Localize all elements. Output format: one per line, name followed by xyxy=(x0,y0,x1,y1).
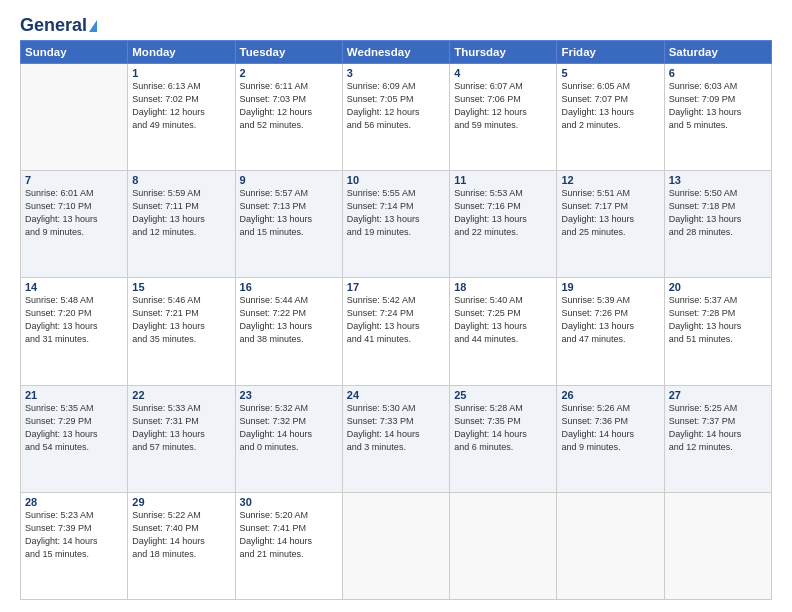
weekday-header-monday: Monday xyxy=(128,40,235,63)
day-number: 21 xyxy=(25,389,123,401)
calendar-cell: 26Sunrise: 5:26 AMSunset: 7:36 PMDayligh… xyxy=(557,385,664,492)
weekday-header-thursday: Thursday xyxy=(450,40,557,63)
calendar-cell xyxy=(664,492,771,599)
day-number: 18 xyxy=(454,281,552,293)
header: General xyxy=(20,16,772,36)
calendar-cell: 1Sunrise: 6:13 AMSunset: 7:02 PMDaylight… xyxy=(128,63,235,170)
day-number: 26 xyxy=(561,389,659,401)
day-info: Sunrise: 5:35 AMSunset: 7:29 PMDaylight:… xyxy=(25,402,123,454)
day-info: Sunrise: 5:33 AMSunset: 7:31 PMDaylight:… xyxy=(132,402,230,454)
calendar-cell: 19Sunrise: 5:39 AMSunset: 7:26 PMDayligh… xyxy=(557,278,664,385)
day-number: 7 xyxy=(25,174,123,186)
calendar-cell: 16Sunrise: 5:44 AMSunset: 7:22 PMDayligh… xyxy=(235,278,342,385)
calendar-cell: 18Sunrise: 5:40 AMSunset: 7:25 PMDayligh… xyxy=(450,278,557,385)
calendar-cell: 7Sunrise: 6:01 AMSunset: 7:10 PMDaylight… xyxy=(21,171,128,278)
calendar-cell: 22Sunrise: 5:33 AMSunset: 7:31 PMDayligh… xyxy=(128,385,235,492)
day-number: 5 xyxy=(561,67,659,79)
calendar-cell xyxy=(21,63,128,170)
calendar-cell: 17Sunrise: 5:42 AMSunset: 7:24 PMDayligh… xyxy=(342,278,449,385)
weekday-header-sunday: Sunday xyxy=(21,40,128,63)
day-info: Sunrise: 5:32 AMSunset: 7:32 PMDaylight:… xyxy=(240,402,338,454)
week-row-3: 14Sunrise: 5:48 AMSunset: 7:20 PMDayligh… xyxy=(21,278,772,385)
day-number: 15 xyxy=(132,281,230,293)
day-info: Sunrise: 5:50 AMSunset: 7:18 PMDaylight:… xyxy=(669,187,767,239)
day-number: 17 xyxy=(347,281,445,293)
day-info: Sunrise: 5:44 AMSunset: 7:22 PMDaylight:… xyxy=(240,294,338,346)
calendar-cell: 25Sunrise: 5:28 AMSunset: 7:35 PMDayligh… xyxy=(450,385,557,492)
calendar-table: SundayMondayTuesdayWednesdayThursdayFrid… xyxy=(20,40,772,600)
day-number: 16 xyxy=(240,281,338,293)
day-info: Sunrise: 5:28 AMSunset: 7:35 PMDaylight:… xyxy=(454,402,552,454)
day-info: Sunrise: 5:48 AMSunset: 7:20 PMDaylight:… xyxy=(25,294,123,346)
calendar-cell: 10Sunrise: 5:55 AMSunset: 7:14 PMDayligh… xyxy=(342,171,449,278)
calendar-cell: 20Sunrise: 5:37 AMSunset: 7:28 PMDayligh… xyxy=(664,278,771,385)
calendar-cell xyxy=(342,492,449,599)
calendar-cell: 30Sunrise: 5:20 AMSunset: 7:41 PMDayligh… xyxy=(235,492,342,599)
weekday-header-tuesday: Tuesday xyxy=(235,40,342,63)
day-info: Sunrise: 6:05 AMSunset: 7:07 PMDaylight:… xyxy=(561,80,659,132)
day-info: Sunrise: 5:40 AMSunset: 7:25 PMDaylight:… xyxy=(454,294,552,346)
day-number: 22 xyxy=(132,389,230,401)
calendar-cell: 13Sunrise: 5:50 AMSunset: 7:18 PMDayligh… xyxy=(664,171,771,278)
day-number: 8 xyxy=(132,174,230,186)
day-number: 1 xyxy=(132,67,230,79)
day-info: Sunrise: 5:25 AMSunset: 7:37 PMDaylight:… xyxy=(669,402,767,454)
day-number: 10 xyxy=(347,174,445,186)
day-info: Sunrise: 5:26 AMSunset: 7:36 PMDaylight:… xyxy=(561,402,659,454)
week-row-2: 7Sunrise: 6:01 AMSunset: 7:10 PMDaylight… xyxy=(21,171,772,278)
day-info: Sunrise: 5:46 AMSunset: 7:21 PMDaylight:… xyxy=(132,294,230,346)
day-info: Sunrise: 6:01 AMSunset: 7:10 PMDaylight:… xyxy=(25,187,123,239)
calendar-cell: 24Sunrise: 5:30 AMSunset: 7:33 PMDayligh… xyxy=(342,385,449,492)
calendar-cell xyxy=(557,492,664,599)
calendar-cell: 21Sunrise: 5:35 AMSunset: 7:29 PMDayligh… xyxy=(21,385,128,492)
day-info: Sunrise: 6:13 AMSunset: 7:02 PMDaylight:… xyxy=(132,80,230,132)
day-info: Sunrise: 5:59 AMSunset: 7:11 PMDaylight:… xyxy=(132,187,230,239)
day-number: 25 xyxy=(454,389,552,401)
day-number: 27 xyxy=(669,389,767,401)
logo: General xyxy=(20,16,97,36)
day-info: Sunrise: 6:09 AMSunset: 7:05 PMDaylight:… xyxy=(347,80,445,132)
day-info: Sunrise: 5:22 AMSunset: 7:40 PMDaylight:… xyxy=(132,509,230,561)
calendar-cell: 14Sunrise: 5:48 AMSunset: 7:20 PMDayligh… xyxy=(21,278,128,385)
calendar-cell: 2Sunrise: 6:11 AMSunset: 7:03 PMDaylight… xyxy=(235,63,342,170)
weekday-header-friday: Friday xyxy=(557,40,664,63)
day-info: Sunrise: 5:23 AMSunset: 7:39 PMDaylight:… xyxy=(25,509,123,561)
day-number: 13 xyxy=(669,174,767,186)
day-number: 28 xyxy=(25,496,123,508)
calendar-cell: 27Sunrise: 5:25 AMSunset: 7:37 PMDayligh… xyxy=(664,385,771,492)
day-number: 6 xyxy=(669,67,767,79)
day-info: Sunrise: 6:11 AMSunset: 7:03 PMDaylight:… xyxy=(240,80,338,132)
day-info: Sunrise: 5:57 AMSunset: 7:13 PMDaylight:… xyxy=(240,187,338,239)
day-info: Sunrise: 5:39 AMSunset: 7:26 PMDaylight:… xyxy=(561,294,659,346)
day-number: 23 xyxy=(240,389,338,401)
calendar-cell: 12Sunrise: 5:51 AMSunset: 7:17 PMDayligh… xyxy=(557,171,664,278)
day-number: 14 xyxy=(25,281,123,293)
day-info: Sunrise: 5:20 AMSunset: 7:41 PMDaylight:… xyxy=(240,509,338,561)
day-number: 19 xyxy=(561,281,659,293)
week-row-5: 28Sunrise: 5:23 AMSunset: 7:39 PMDayligh… xyxy=(21,492,772,599)
day-info: Sunrise: 5:42 AMSunset: 7:24 PMDaylight:… xyxy=(347,294,445,346)
day-number: 4 xyxy=(454,67,552,79)
calendar-cell xyxy=(450,492,557,599)
day-info: Sunrise: 5:37 AMSunset: 7:28 PMDaylight:… xyxy=(669,294,767,346)
weekday-header-wednesday: Wednesday xyxy=(342,40,449,63)
day-number: 24 xyxy=(347,389,445,401)
logo-general: General xyxy=(20,16,87,36)
calendar-cell: 3Sunrise: 6:09 AMSunset: 7:05 PMDaylight… xyxy=(342,63,449,170)
day-number: 2 xyxy=(240,67,338,79)
weekday-header-row: SundayMondayTuesdayWednesdayThursdayFrid… xyxy=(21,40,772,63)
day-info: Sunrise: 5:30 AMSunset: 7:33 PMDaylight:… xyxy=(347,402,445,454)
calendar-cell: 4Sunrise: 6:07 AMSunset: 7:06 PMDaylight… xyxy=(450,63,557,170)
calendar-cell: 28Sunrise: 5:23 AMSunset: 7:39 PMDayligh… xyxy=(21,492,128,599)
calendar-cell: 5Sunrise: 6:05 AMSunset: 7:07 PMDaylight… xyxy=(557,63,664,170)
day-number: 9 xyxy=(240,174,338,186)
day-number: 3 xyxy=(347,67,445,79)
calendar-cell: 29Sunrise: 5:22 AMSunset: 7:40 PMDayligh… xyxy=(128,492,235,599)
calendar-cell: 9Sunrise: 5:57 AMSunset: 7:13 PMDaylight… xyxy=(235,171,342,278)
day-info: Sunrise: 5:53 AMSunset: 7:16 PMDaylight:… xyxy=(454,187,552,239)
logo-triangle-icon xyxy=(89,20,97,32)
calendar-cell: 11Sunrise: 5:53 AMSunset: 7:16 PMDayligh… xyxy=(450,171,557,278)
day-info: Sunrise: 5:55 AMSunset: 7:14 PMDaylight:… xyxy=(347,187,445,239)
week-row-1: 1Sunrise: 6:13 AMSunset: 7:02 PMDaylight… xyxy=(21,63,772,170)
calendar-cell: 6Sunrise: 6:03 AMSunset: 7:09 PMDaylight… xyxy=(664,63,771,170)
